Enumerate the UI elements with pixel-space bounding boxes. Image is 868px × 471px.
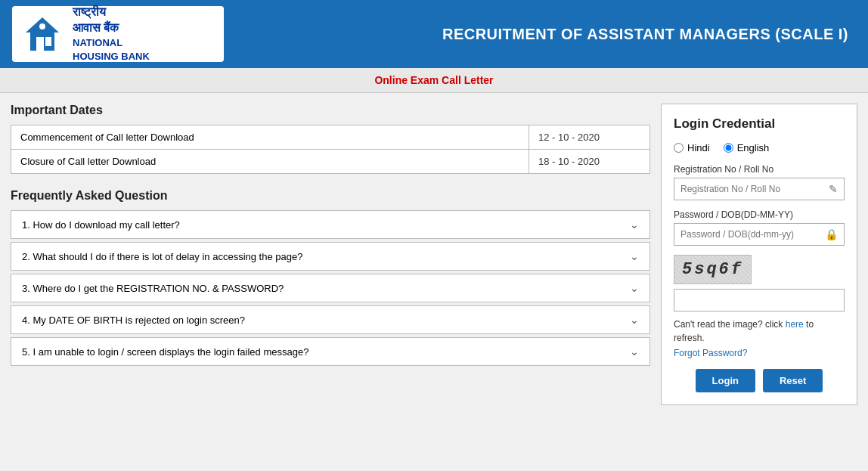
faq-text-5: 5. I am unable to login / screen display… (22, 346, 308, 358)
date-value-2: 18 - 10 - 2020 (529, 150, 650, 174)
faq-text-3: 3. Where do I get the REGISTRATION NO. &… (22, 283, 284, 294)
password-input[interactable] (674, 224, 819, 245)
reg-no-label: Registration No / Roll No (674, 164, 845, 175)
captcha-input[interactable] (674, 289, 845, 311)
lock-icon: 🔒 (819, 228, 844, 240)
faq-item-1[interactable]: 1. How do I download my call letter? ⌄ (11, 210, 650, 239)
captcha-refresh-link[interactable]: here (786, 319, 804, 330)
date-label-1: Commencement of Call letter Download (11, 125, 529, 150)
hindi-radio-label[interactable]: Hindi (674, 142, 710, 153)
hindi-radio[interactable] (674, 143, 684, 153)
language-selector: Hindi English (674, 142, 845, 153)
logo-hindi: राष्ट्रीय आवास बैंक (73, 5, 150, 36)
faq-chevron-3: ⌄ (630, 282, 639, 294)
left-panel: Important Dates Commencement of Call let… (11, 104, 661, 369)
captcha-hint: Can't read the image? click here to refr… (674, 318, 845, 345)
reg-no-input[interactable] (674, 178, 823, 200)
faq-item-2[interactable]: 2. What should I do if there is lot of d… (11, 242, 650, 271)
english-label: English (737, 142, 770, 153)
captcha-hint-text: Can't read the image? click (674, 319, 783, 330)
table-row: Closure of Call letter Download 18 - 10 … (11, 150, 650, 174)
faq-text-2: 2. What should I do if there is lot of d… (22, 251, 302, 262)
hindi-label: Hindi (687, 142, 710, 153)
faq-text-4: 4. My DATE OF BIRTH is rejected on login… (22, 315, 245, 326)
page-title: RECRUITMENT OF ASSISTANT MANAGERS (SCALE… (224, 26, 856, 43)
faq-chevron-5: ⌄ (630, 346, 639, 358)
password-label: Password / DOB(DD-MM-YY) (674, 209, 845, 220)
reg-no-input-row: ✎ (674, 178, 845, 200)
table-row: Commencement of Call letter Download 12 … (11, 125, 650, 150)
login-panel: Login Credential Hindi English Registrat… (661, 104, 857, 405)
captcha-image: 5sq6f (674, 255, 752, 284)
logo-text: राष्ट्रीय आवास बैंक NATIONAL HOUSING BAN… (73, 5, 150, 64)
login-buttons: Login Reset (674, 369, 845, 392)
login-button[interactable]: Login (696, 369, 755, 392)
faq-title: Frequently Asked Question (11, 189, 650, 203)
svg-rect-2 (36, 37, 44, 51)
faq-chevron-1: ⌄ (630, 218, 639, 231)
date-label-2: Closure of Call letter Download (11, 150, 529, 174)
svg-rect-3 (45, 37, 51, 46)
login-title: Login Credential (674, 116, 845, 132)
faq-chevron-2: ⌄ (630, 250, 639, 262)
faq-text-1: 1. How do I download my call letter? (22, 219, 180, 231)
faq-item-5[interactable]: 5. I am unable to login / screen display… (11, 337, 650, 366)
faq-chevron-4: ⌄ (630, 314, 639, 326)
important-dates-title: Important Dates (11, 104, 650, 117)
dates-table: Commencement of Call letter Download 12 … (11, 125, 650, 174)
password-input-row: 🔒 (674, 223, 845, 246)
sub-header-label: Online Exam Call Letter (374, 74, 493, 86)
reset-button[interactable]: Reset (763, 369, 823, 392)
edit-icon: ✎ (823, 183, 844, 195)
english-radio[interactable] (724, 143, 733, 153)
logo-area: राष्ट्रीय आवास बैंक NATIONAL HOUSING BAN… (12, 6, 224, 62)
svg-point-4 (39, 23, 45, 29)
date-value-1: 12 - 10 - 2020 (529, 125, 650, 150)
english-radio-label[interactable]: English (724, 142, 770, 153)
nhb-logo-icon (20, 11, 65, 57)
forgot-password-link[interactable]: Forgot Password? (674, 348, 845, 358)
faq-item-3[interactable]: 3. Where do I get the REGISTRATION NO. &… (11, 274, 650, 302)
sub-header: Online Exam Call Letter (0, 68, 868, 93)
faq-item-4[interactable]: 4. My DATE OF BIRTH is rejected on login… (11, 305, 650, 334)
main-content: Important Dates Commencement of Call let… (0, 93, 868, 416)
page-header: राष्ट्रीय आवास बैंक NATIONAL HOUSING BAN… (0, 0, 868, 68)
logo-english-line1: NATIONAL (73, 36, 150, 50)
logo-english-line2: HOUSING BANK (73, 50, 150, 64)
